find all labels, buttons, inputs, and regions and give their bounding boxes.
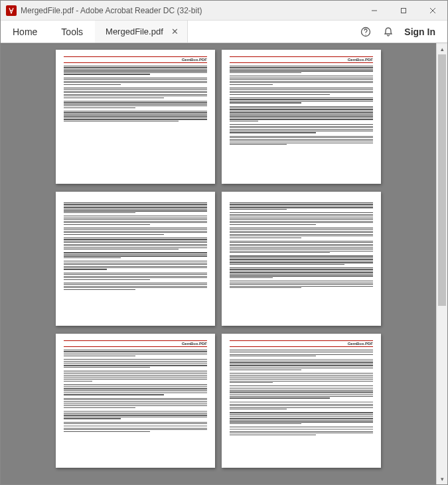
pdf-page-1[interactable]: GemBox.PDF bbox=[56, 50, 215, 184]
minimize-button[interactable] bbox=[360, 1, 389, 20]
pdf-page-2[interactable]: GemBox.PDF bbox=[222, 50, 381, 184]
page-header: GemBox.PDF bbox=[64, 58, 207, 63]
window-title: MergedFile.pdf - Adobe Acrobat Reader DC… bbox=[21, 6, 360, 15]
document-tab-label: MergedFile.pdf bbox=[106, 27, 163, 36]
titlebar: MergedFile.pdf - Adobe Acrobat Reader DC… bbox=[1, 1, 447, 21]
page-header: GemBox.PDF bbox=[230, 342, 373, 347]
close-tab-icon[interactable]: ✕ bbox=[170, 27, 181, 37]
pdf-page-3[interactable] bbox=[56, 192, 215, 326]
close-button[interactable] bbox=[418, 1, 447, 20]
document-tab[interactable]: MergedFile.pdf ✕ bbox=[95, 21, 188, 42]
scroll-down-icon[interactable]: ▾ bbox=[437, 473, 447, 484]
page-header: GemBox.PDF bbox=[64, 342, 207, 347]
bell-icon[interactable] bbox=[382, 25, 395, 38]
maximize-button[interactable] bbox=[389, 1, 418, 20]
page-canvas[interactable]: GemBox.PDF GemBox.PDF bbox=[1, 43, 436, 484]
document-viewport: GemBox.PDF GemBox.PDF bbox=[1, 43, 447, 484]
tools-tab[interactable]: Tools bbox=[49, 21, 95, 42]
svg-point-5 bbox=[366, 34, 366, 35]
home-tab[interactable]: Home bbox=[1, 21, 49, 42]
page-header: GemBox.PDF bbox=[230, 58, 373, 63]
window-controls bbox=[360, 1, 447, 20]
svg-rect-1 bbox=[402, 8, 406, 13]
vertical-scrollbar[interactable]: ▴ ▾ bbox=[436, 43, 447, 484]
toolbar: Home Tools MergedFile.pdf ✕ Sign In bbox=[1, 21, 447, 43]
sign-in-button[interactable]: Sign In bbox=[404, 27, 435, 37]
scroll-thumb[interactable] bbox=[438, 54, 446, 306]
scroll-up-icon[interactable]: ▴ bbox=[437, 43, 447, 54]
pdf-page-5[interactable]: GemBox.PDF bbox=[56, 334, 215, 468]
help-icon[interactable] bbox=[359, 25, 372, 38]
app-icon bbox=[6, 5, 17, 16]
scroll-track[interactable] bbox=[437, 54, 447, 473]
pdf-page-4[interactable] bbox=[222, 192, 381, 326]
pdf-page-6[interactable]: GemBox.PDF bbox=[222, 334, 381, 468]
